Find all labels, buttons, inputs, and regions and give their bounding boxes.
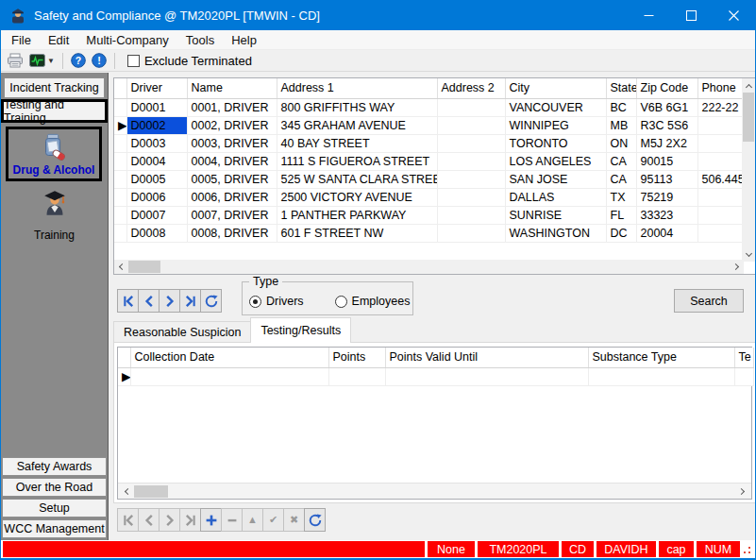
grid-cell[interactable]: D0003 [126, 134, 187, 152]
grid-cell[interactable] [697, 116, 744, 134]
row-selector[interactable] [114, 170, 126, 188]
grid-cell[interactable] [734, 367, 753, 385]
grid-cell[interactable]: SUNRISE [505, 206, 606, 224]
row-selector[interactable] [114, 134, 126, 152]
grid-cell[interactable]: 525 W SANTA CLARA STREET [277, 170, 437, 188]
row-selector[interactable] [114, 98, 126, 116]
grid-cell[interactable] [437, 152, 505, 170]
scrollbar-thumb[interactable] [743, 93, 754, 142]
scroll-left-arrow[interactable] [114, 260, 128, 274]
tab-reasonable-suspicion[interactable]: Reasonable Suspicion [113, 321, 251, 343]
column-header-substance-type[interactable]: Substance Type [588, 348, 734, 367]
grid-cell[interactable]: 1 PANTHER PARKWAY [277, 206, 437, 224]
grid-cell[interactable]: D0008 [126, 224, 187, 242]
grid-cell[interactable] [697, 206, 744, 224]
column-header-phone[interactable]: Phone [697, 78, 744, 98]
column-header-collection-date[interactable]: Collection Date [130, 348, 328, 367]
maximize-button[interactable] [670, 0, 713, 30]
table-row[interactable]: ▶ [118, 367, 753, 385]
table-row[interactable]: D00030003, DRIVER40 BAY STREETTORONTOONM… [114, 134, 744, 152]
grid-cell[interactable]: VANCOUVER [505, 98, 606, 116]
grid-cell[interactable] [697, 152, 744, 170]
row-selector[interactable] [114, 224, 126, 242]
grid-cell[interactable]: 0007, DRIVER [187, 206, 277, 224]
grid-cell[interactable]: 800 GRIFFITHS WAY [277, 98, 437, 116]
nav-prior-button[interactable] [138, 289, 160, 313]
nav-prior-button[interactable] [138, 508, 160, 532]
grid-cell[interactable]: 0001, DRIVER [187, 98, 277, 116]
grid-cell[interactable]: DC [606, 224, 636, 242]
search-button[interactable]: Search [674, 289, 744, 313]
nav-refresh-button[interactable] [304, 508, 326, 532]
sidebar-item-testing-and-training[interactable]: Testing and Training [1, 99, 108, 123]
vertical-scrollbar[interactable] [742, 78, 755, 262]
grid-cell[interactable]: 40 BAY STREET [277, 134, 437, 152]
table-row[interactable]: D00010001, DRIVER800 GRIFFITHS WAYVANCOU… [114, 98, 744, 116]
row-selector[interactable]: ▶ [114, 116, 126, 134]
grid-cell[interactable]: CA [606, 152, 636, 170]
help-button[interactable]: ? [68, 51, 89, 71]
grid-cell[interactable]: 0005, DRIVER [187, 170, 277, 188]
nav-edit-button[interactable]: ▲ [242, 508, 263, 532]
sidebar-item-training[interactable]: Training [1, 188, 108, 242]
table-row[interactable]: D00070007, DRIVER1 PANTHER PARKWAYSUNRIS… [114, 206, 744, 224]
scrollbar-thumb[interactable] [134, 485, 168, 498]
column-header-points[interactable]: Points [328, 348, 385, 367]
grid-cell[interactable]: SAN JOSE [505, 170, 606, 188]
grid-cell[interactable]: D0004 [126, 152, 187, 170]
grid-cell[interactable]: FL [606, 206, 636, 224]
nav-cancel-button[interactable]: ✖ [283, 508, 305, 532]
grid-cell[interactable]: 2500 VICTORY AVENUE [277, 188, 437, 206]
nav-refresh-button[interactable] [200, 289, 222, 313]
table-row[interactable]: ▶D00020002, DRIVER345 GRAHAM AVENUEWINNI… [114, 116, 744, 134]
grid-cell[interactable]: R3C 5S6 [636, 116, 697, 134]
grid-cell[interactable]: DALLAS [505, 188, 606, 206]
radio-drivers[interactable]: Drivers [249, 295, 304, 308]
row-selector[interactable]: ▶ [118, 367, 130, 385]
grid-cell[interactable] [697, 224, 744, 242]
horizontal-scrollbar[interactable] [118, 483, 751, 499]
grid-cell[interactable] [437, 206, 505, 224]
sidebar-item-over-the-road[interactable]: Over the Road [2, 478, 107, 497]
grid-cell[interactable]: 601 F STREET NW [277, 224, 437, 242]
grid-cell[interactable]: 0003, DRIVER [187, 134, 277, 152]
row-selector[interactable] [114, 206, 126, 224]
scroll-right-arrow[interactable] [730, 260, 744, 274]
grid-cell[interactable]: D0002 [126, 116, 187, 134]
scroll-right-arrow[interactable] [735, 484, 749, 499]
nav-next-button[interactable] [159, 508, 180, 532]
grid-cell[interactable] [437, 188, 505, 206]
grid-cell[interactable]: WASHINGTON [505, 224, 606, 242]
nav-last-button[interactable] [179, 289, 201, 313]
nav-insert-button[interactable] [200, 508, 222, 532]
grid-cell[interactable] [328, 367, 385, 385]
column-header-address2[interactable]: Address 2 [437, 78, 505, 98]
nav-next-button[interactable] [159, 289, 180, 313]
column-header-state[interactable]: State [606, 78, 636, 98]
sidebar-item-safety-awards[interactable]: Safety Awards [2, 457, 107, 476]
sidebar-item-drug-and-alcohol[interactable]: Drug & Alcohol [6, 127, 102, 181]
grid-cell[interactable]: WINNIPEG [505, 116, 606, 134]
horizontal-scrollbar[interactable] [114, 260, 744, 274]
row-selector[interactable] [114, 152, 126, 170]
grid-cell[interactable] [130, 367, 328, 385]
nav-delete-button[interactable] [221, 508, 243, 532]
nav-first-button[interactable] [117, 289, 139, 313]
grid-cell[interactable] [437, 170, 505, 188]
sidebar-item-setup[interactable]: Setup [2, 499, 107, 518]
print-button[interactable] [4, 51, 26, 71]
grid-cell[interactable]: 0004, DRIVER [187, 152, 277, 170]
grid-cell[interactable] [697, 188, 744, 206]
sidebar-item-wcc-management[interactable]: WCC Management [2, 519, 107, 538]
exclude-terminated-checkbox[interactable] [127, 55, 140, 67]
grid-cell[interactable]: LOS ANGELES [505, 152, 606, 170]
column-header-name[interactable]: Name [187, 78, 277, 98]
sidebar-item-incident-tracking[interactable]: Incident Tracking [4, 77, 105, 98]
grid-cell[interactable]: 345 GRAHAM AVENUE [277, 116, 437, 134]
scroll-up-arrow[interactable] [742, 78, 755, 93]
grid-cell[interactable]: TORONTO [505, 134, 606, 152]
menu-item-tools[interactable]: Tools [177, 33, 223, 47]
grid-cell[interactable]: CA [606, 170, 636, 188]
grid-cell[interactable]: M5J 2X2 [636, 134, 697, 152]
grid-cell[interactable]: 222-22 [697, 98, 744, 116]
